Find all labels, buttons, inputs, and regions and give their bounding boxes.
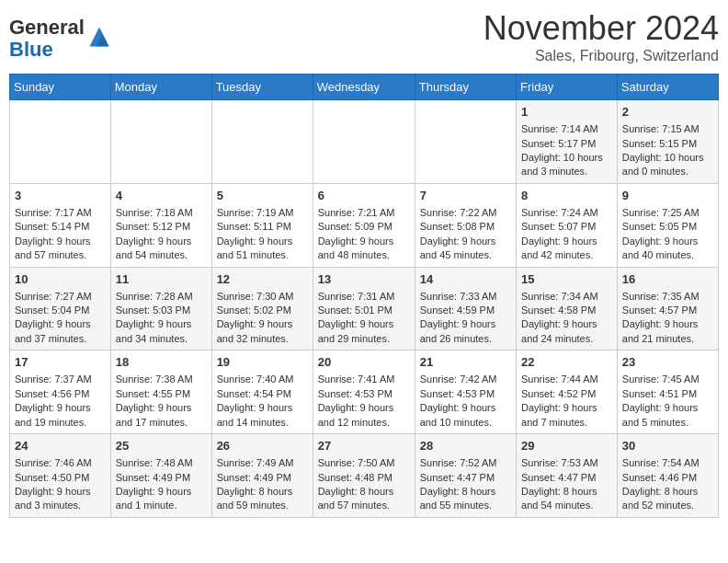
- table-row: 11Sunrise: 7:28 AMSunset: 5:03 PMDayligh…: [110, 267, 211, 350]
- day-info: Sunset: 4:59 PM: [420, 304, 511, 317]
- col-monday: Monday: [110, 75, 211, 100]
- day-info: Sunset: 5:17 PM: [521, 137, 612, 151]
- col-wednesday: Wednesday: [313, 75, 415, 100]
- day-info: Sunrise: 7:31 AM: [318, 290, 410, 304]
- day-number: 26: [217, 438, 308, 454]
- day-info: Sunset: 4:50 PM: [15, 471, 106, 485]
- day-number: 2: [622, 104, 713, 121]
- day-info: Sunrise: 7:44 AM: [521, 373, 612, 386]
- day-info: Sunset: 5:11 PM: [217, 220, 308, 234]
- day-info: Daylight: 9 hours and 37 minutes.: [15, 317, 106, 346]
- day-info: Sunset: 4:57 PM: [622, 304, 713, 317]
- day-number: 3: [15, 188, 106, 204]
- day-info: Daylight: 8 hours and 59 minutes.: [217, 485, 308, 513]
- day-number: 29: [521, 438, 612, 454]
- day-info: Sunrise: 7:15 AM: [622, 122, 713, 136]
- day-info: Sunset: 4:51 PM: [622, 387, 713, 401]
- col-sunday: Sunday: [10, 75, 111, 100]
- day-info: Sunrise: 7:18 AM: [116, 206, 207, 220]
- day-info: Sunset: 4:54 PM: [217, 387, 308, 401]
- table-row: 3Sunrise: 7:17 AMSunset: 5:14 PMDaylight…: [10, 183, 111, 267]
- day-info: Daylight: 9 hours and 40 minutes.: [622, 235, 713, 263]
- day-info: Daylight: 9 hours and 48 minutes.: [318, 235, 410, 263]
- day-number: 27: [318, 438, 410, 454]
- day-info: Sunrise: 7:24 AM: [521, 206, 612, 220]
- table-row: 25Sunrise: 7:48 AMSunset: 4:49 PMDayligh…: [110, 434, 211, 518]
- day-info: Sunset: 4:48 PM: [318, 471, 410, 485]
- day-info: Daylight: 9 hours and 7 minutes.: [521, 401, 612, 430]
- calendar-week-4: 17Sunrise: 7:37 AMSunset: 4:56 PMDayligh…: [10, 350, 719, 434]
- day-info: Sunrise: 7:37 AM: [15, 373, 106, 386]
- day-info: Sunset: 5:03 PM: [116, 304, 207, 317]
- day-info: Sunrise: 7:17 AM: [15, 206, 106, 220]
- day-info: Sunset: 5:14 PM: [15, 220, 106, 234]
- table-row: [415, 100, 516, 184]
- day-info: Daylight: 9 hours and 3 minutes.: [15, 485, 106, 513]
- calendar-week-3: 10Sunrise: 7:27 AMSunset: 5:04 PMDayligh…: [10, 267, 719, 350]
- day-info: Daylight: 9 hours and 19 minutes.: [15, 401, 106, 430]
- day-number: 13: [318, 271, 410, 288]
- logo: General Blue: [9, 17, 112, 61]
- day-info: Sunset: 5:15 PM: [622, 137, 713, 151]
- day-info: Sunset: 4:52 PM: [521, 387, 612, 401]
- table-row: 21Sunrise: 7:42 AMSunset: 4:53 PMDayligh…: [415, 350, 516, 434]
- table-row: [10, 100, 111, 184]
- table-row: 22Sunrise: 7:44 AMSunset: 4:52 PMDayligh…: [517, 350, 618, 434]
- day-info: Daylight: 9 hours and 54 minutes.: [116, 235, 207, 263]
- day-info: Sunrise: 7:49 AM: [217, 456, 308, 470]
- day-info: Sunrise: 7:30 AM: [217, 290, 308, 304]
- table-row: 1Sunrise: 7:14 AMSunset: 5:17 PMDaylight…: [517, 100, 618, 184]
- day-number: 9: [622, 188, 713, 204]
- calendar-header-row: Sunday Monday Tuesday Wednesday Thursday…: [10, 75, 719, 100]
- table-row: 10Sunrise: 7:27 AMSunset: 5:04 PMDayligh…: [10, 267, 111, 350]
- day-info: Sunset: 4:49 PM: [217, 471, 308, 485]
- col-thursday: Thursday: [415, 75, 516, 100]
- day-info: Sunset: 5:04 PM: [15, 304, 106, 317]
- day-number: 4: [116, 188, 207, 204]
- title-area: November 2024 Sales, Fribourg, Switzerla…: [483, 9, 719, 64]
- table-row: 15Sunrise: 7:34 AMSunset: 4:58 PMDayligh…: [517, 267, 618, 350]
- day-number: 16: [622, 271, 713, 288]
- day-number: 21: [420, 354, 511, 371]
- day-info: Sunrise: 7:22 AM: [420, 206, 511, 220]
- day-number: 25: [116, 438, 207, 454]
- table-row: [313, 100, 415, 184]
- table-row: 27Sunrise: 7:50 AMSunset: 4:48 PMDayligh…: [313, 434, 415, 518]
- day-info: Sunrise: 7:45 AM: [622, 373, 713, 386]
- day-number: 30: [622, 438, 713, 454]
- day-info: Sunset: 4:53 PM: [420, 387, 511, 401]
- day-number: 17: [15, 354, 106, 371]
- table-row: 23Sunrise: 7:45 AMSunset: 4:51 PMDayligh…: [617, 350, 718, 434]
- calendar-week-5: 24Sunrise: 7:46 AMSunset: 4:50 PMDayligh…: [10, 434, 719, 518]
- logo-blue: Blue: [9, 38, 53, 61]
- table-row: 5Sunrise: 7:19 AMSunset: 5:11 PMDaylight…: [211, 183, 313, 267]
- table-row: 2Sunrise: 7:15 AMSunset: 5:15 PMDaylight…: [617, 100, 718, 184]
- day-info: Sunrise: 7:27 AM: [15, 290, 106, 304]
- day-number: 12: [217, 271, 308, 288]
- day-info: Daylight: 9 hours and 10 minutes.: [420, 401, 511, 430]
- day-info: Daylight: 10 hours and 3 minutes.: [521, 151, 612, 179]
- day-info: Sunset: 4:49 PM: [116, 471, 207, 485]
- col-tuesday: Tuesday: [211, 75, 313, 100]
- table-row: 28Sunrise: 7:52 AMSunset: 4:47 PMDayligh…: [415, 434, 516, 518]
- day-number: 8: [521, 188, 612, 204]
- table-row: 14Sunrise: 7:33 AMSunset: 4:59 PMDayligh…: [415, 267, 516, 350]
- day-info: Sunset: 4:56 PM: [15, 387, 106, 401]
- day-number: 24: [15, 438, 106, 454]
- table-row: 13Sunrise: 7:31 AMSunset: 5:01 PMDayligh…: [313, 267, 415, 350]
- table-row: 26Sunrise: 7:49 AMSunset: 4:49 PMDayligh…: [211, 434, 313, 518]
- day-info: Sunrise: 7:33 AM: [420, 290, 511, 304]
- day-number: 14: [420, 271, 511, 288]
- calendar-week-1: 1Sunrise: 7:14 AMSunset: 5:17 PMDaylight…: [10, 100, 719, 184]
- col-friday: Friday: [517, 75, 618, 100]
- day-info: Sunrise: 7:14 AM: [521, 122, 612, 136]
- day-info: Sunrise: 7:41 AM: [318, 373, 410, 386]
- table-row: 9Sunrise: 7:25 AMSunset: 5:05 PMDaylight…: [617, 183, 718, 267]
- table-row: 6Sunrise: 7:21 AMSunset: 5:09 PMDaylight…: [313, 183, 415, 267]
- table-row: [110, 100, 211, 184]
- day-number: 18: [116, 354, 207, 371]
- day-info: Sunrise: 7:28 AM: [116, 290, 207, 304]
- day-number: 22: [521, 354, 612, 371]
- day-info: Sunrise: 7:35 AM: [622, 290, 713, 304]
- logo-general: General: [9, 16, 85, 39]
